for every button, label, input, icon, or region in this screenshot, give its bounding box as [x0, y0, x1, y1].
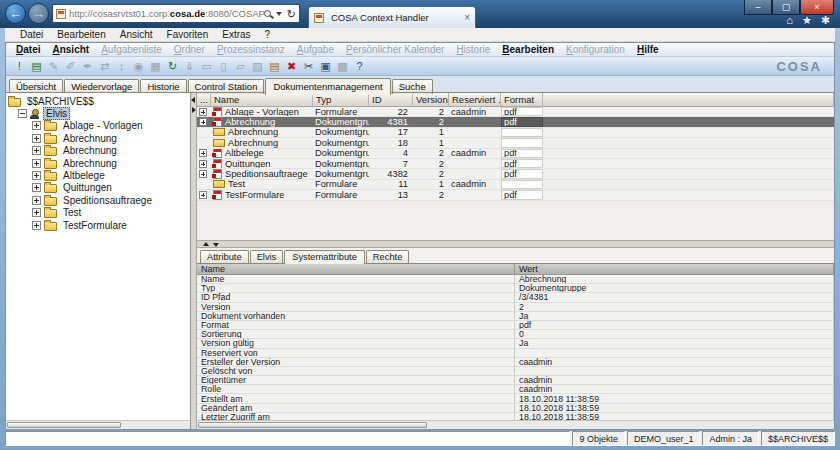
toolbar-button[interactable]: ! — [11, 58, 28, 74]
table-row[interactable]: Abrechnung Dokumentgruppe 4381 2 pdf — [197, 117, 834, 127]
app-menu-item[interactable]: Konfiguration — [560, 44, 631, 55]
toolbar-button[interactable]: ⇓ — [181, 58, 198, 74]
collapse-icon[interactable] — [18, 109, 27, 118]
attribute-row[interactable]: Gelöscht von — [197, 367, 834, 376]
browser-tab[interactable]: COSA Context Handler × — [308, 6, 476, 28]
tree-item-row[interactable]: Ablage - Vorlagen — [8, 120, 190, 132]
table-row[interactable]: Quittungen Dokumentgruppe 7 2 pdf — [197, 159, 834, 169]
table-row[interactable]: Altbelege Dokumentgruppe 4 2 caadmin pdf — [197, 149, 834, 159]
app-menu-item[interactable]: Historie — [450, 44, 496, 55]
attributes-horizontal-scrollbar[interactable] — [197, 420, 834, 429]
splitter-left-arrow-icon[interactable] — [191, 97, 195, 103]
tree-item-row[interactable]: Abrechnung — [8, 132, 190, 144]
address-bar[interactable]: http://cosasrvtst01.corp.cosa.de:8080/CO… — [52, 4, 300, 23]
toolbar-button[interactable]: ✒ — [79, 58, 96, 74]
app-menu-item[interactable]: Aufgabenliste — [95, 44, 168, 55]
app-menu-item[interactable]: Prozessinstanz — [211, 44, 291, 55]
tools-gear-icon[interactable]: ✱ — [821, 14, 830, 27]
toolbar-button[interactable]: ▤ — [28, 58, 45, 74]
splitter-down-arrow-icon[interactable] — [213, 243, 219, 247]
splitter-up-arrow-icon[interactable] — [203, 242, 209, 246]
table-row[interactable]: Speditionsauftraege Dokumentgruppe 4382 … — [197, 169, 834, 179]
main-tab[interactable]: Control Station — [188, 79, 265, 94]
browser-menu-item[interactable]: Extras — [215, 29, 257, 40]
expand-icon[interactable] — [32, 196, 41, 205]
toolbar-button[interactable]: ▩ — [334, 58, 351, 74]
tree-item-row[interactable]: Test — [8, 207, 190, 219]
scrollbar-thumb[interactable] — [7, 422, 121, 428]
chevron-down-icon[interactable] — [276, 12, 282, 16]
tree-item-row[interactable]: Abrechnung — [8, 157, 190, 169]
attribute-row[interactable]: Typ Dokumentgruppe — [197, 284, 834, 293]
tab-close-icon[interactable]: × — [464, 13, 470, 23]
reload-icon[interactable]: ↻ — [287, 9, 296, 19]
toolbar-button[interactable]: ◉ — [130, 58, 147, 74]
search-icon[interactable] — [264, 10, 271, 17]
back-button[interactable]: ← — [5, 3, 26, 24]
browser-menu-item[interactable]: Favoriten — [160, 29, 216, 40]
main-tab[interactable]: Dokumentenmanagement — [265, 78, 390, 95]
table-row[interactable]: Abrechnung Dokumentgruppe 18 1 — [197, 138, 834, 148]
toolbar-button[interactable]: ✖ — [283, 58, 300, 74]
scrollbar-thumb[interactable] — [198, 422, 427, 428]
home-icon[interactable]: ⌂ — [786, 14, 793, 27]
maximize-button[interactable]: ▢ — [772, 0, 800, 15]
toolbar-button[interactable]: ✂ — [300, 58, 317, 74]
tree-horizontal-scrollbar[interactable] — [6, 420, 190, 429]
main-tab[interactable]: Suche — [392, 79, 433, 94]
attributes-tab[interactable]: Attribute — [200, 250, 249, 263]
tree-item-row[interactable]: Quittungen — [8, 182, 190, 194]
forward-button[interactable]: → — [28, 3, 49, 24]
row-expand-icon[interactable] — [199, 160, 207, 168]
tree-item-row[interactable]: TestFormulare — [8, 219, 190, 231]
tree-item-row[interactable]: Abrechnung — [8, 145, 190, 157]
attribute-row[interactable]: Ersteller der Version caadmin — [197, 358, 834, 367]
attribute-row[interactable]: Rolle caadmin — [197, 385, 834, 394]
row-expand-icon[interactable] — [199, 118, 207, 126]
attributes-tab[interactable]: Elvis — [250, 250, 284, 263]
expand-icon[interactable] — [32, 134, 41, 143]
main-tab[interactable]: Wiedervorlage — [64, 79, 139, 94]
table-row[interactable]: Ablage - Vorlagen Formulare 22 2 caadmin… — [197, 107, 834, 117]
toolbar-button[interactable]: ▭ — [198, 58, 215, 74]
expand-icon[interactable] — [32, 208, 41, 217]
main-tab[interactable]: Übersicht — [9, 79, 63, 94]
toolbar-button[interactable]: ▨ — [249, 58, 266, 74]
attributes-tab[interactable]: Rechte — [366, 250, 409, 263]
app-menu-item[interactable]: Datei — [10, 44, 46, 55]
attribute-row[interactable]: Version 2 — [197, 303, 834, 312]
favorites-star-icon[interactable]: ★ — [802, 14, 812, 27]
table-row[interactable]: Test Formulare 11 1 caadmin — [197, 180, 834, 190]
tree-item-row[interactable]: Speditionsauftraege — [8, 194, 190, 206]
app-menu-item[interactable]: Hilfe — [631, 44, 665, 55]
attribute-row[interactable]: Name Abrechnung — [197, 275, 834, 284]
row-expand-icon[interactable] — [199, 170, 207, 178]
browser-menu-item[interactable]: Datei — [13, 29, 50, 40]
tree-root-row[interactable]: $$ARCHIVE$$ — [8, 95, 190, 107]
expand-icon[interactable] — [32, 159, 41, 168]
expand-icon[interactable] — [32, 183, 41, 192]
toolbar-button[interactable]: ⇄ — [96, 58, 113, 74]
toolbar-button[interactable]: ✐ — [62, 58, 79, 74]
horizontal-splitter[interactable] — [197, 240, 834, 248]
attribute-row[interactable]: Sortierung 0 — [197, 330, 834, 339]
expand-icon[interactable] — [32, 121, 41, 130]
expand-icon[interactable] — [32, 146, 41, 155]
main-tab[interactable]: Historie — [140, 79, 186, 94]
tree-item-row[interactable]: Altbelege — [8, 169, 190, 181]
splitter-right-arrow-icon[interactable] — [192, 107, 196, 113]
app-menu-item[interactable]: Ordner — [168, 44, 211, 55]
toolbar-button[interactable]: ↻ — [164, 58, 181, 74]
attribute-row[interactable]: Geändert am 18.10.2018 11:38:59 — [197, 404, 834, 413]
attribute-row[interactable]: Erstellt am 18.10.2018 11:38:59 — [197, 394, 834, 403]
browser-menu-item[interactable]: ? — [258, 29, 278, 40]
close-button[interactable]: × — [800, 0, 834, 15]
toolbar-button[interactable]: ↕ — [113, 58, 130, 74]
tree-selected-row[interactable]: Elvis — [8, 107, 190, 119]
attribute-row[interactable]: Format pdf — [197, 321, 834, 330]
app-menu-item[interactable]: Aufgabe — [291, 44, 340, 55]
table-row[interactable]: Abrechnung Dokumentgruppe 17 1 — [197, 128, 834, 138]
app-menu-item[interactable]: Ansicht — [46, 44, 95, 55]
attribute-row[interactable]: Eigentümer caadmin — [197, 376, 834, 385]
app-menu-item[interactable]: Bearbeiten — [496, 44, 560, 55]
